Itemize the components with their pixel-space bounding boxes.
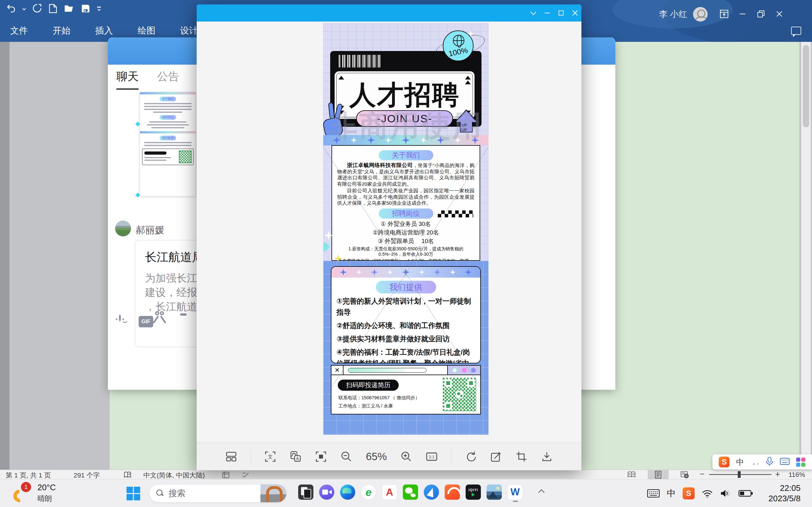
tab-announcement[interactable]: 公告 bbox=[157, 69, 179, 90]
ime-punctuation-toggle[interactable]: ，. bbox=[751, 458, 759, 466]
restore-icon[interactable] bbox=[752, 8, 770, 20]
work-location: 工作地点：浙江义乌 / 永康 bbox=[339, 403, 393, 409]
edge-browser-icon[interactable] bbox=[340, 485, 355, 500]
weather-widget[interactable]: 1 20°C 晴朗 bbox=[13, 482, 56, 504]
zoom-out-icon[interactable] bbox=[340, 451, 352, 463]
thumb-offer-pill: 我们提供 bbox=[159, 135, 176, 140]
job-item: ②跨境电商运营助理 20名 bbox=[337, 229, 474, 236]
fit-screen-icon[interactable] bbox=[315, 451, 327, 463]
ime-mode-toggle[interactable]: 中 bbox=[736, 457, 744, 467]
battery-icon[interactable] bbox=[739, 489, 753, 498]
minimize-icon[interactable] bbox=[733, 8, 752, 20]
ribbon-display-options-icon[interactable] bbox=[715, 8, 733, 20]
start-button[interactable] bbox=[126, 487, 140, 500]
orange-app-icon[interactable] bbox=[445, 485, 460, 500]
avatar[interactable] bbox=[693, 7, 708, 21]
zoom-percentage[interactable]: 116% bbox=[789, 471, 805, 478]
print-layout-button[interactable] bbox=[648, 470, 669, 479]
tab-file[interactable]: 文件 bbox=[8, 23, 31, 38]
ocr-extract-text-icon[interactable]: 文 bbox=[264, 451, 276, 463]
viewer-zoom-level[interactable]: 65% bbox=[366, 451, 387, 463]
web-layout-button[interactable] bbox=[674, 470, 695, 479]
save-icon[interactable] bbox=[81, 4, 90, 13]
close-icon[interactable] bbox=[770, 8, 789, 20]
language-indicator[interactable]: 中文(简体, 中国大陆) bbox=[143, 471, 205, 480]
account-area[interactable]: 李 小红 bbox=[659, 7, 708, 21]
thumb-about-pill: 关于我们 bbox=[159, 97, 176, 101]
checker-decor bbox=[438, 210, 473, 217]
zoom-in-status-icon[interactable]: + bbox=[775, 469, 780, 479]
offer-sparkle-band bbox=[332, 267, 480, 278]
viewer-minimize-icon[interactable] bbox=[540, 4, 554, 21]
tab-chat[interactable]: 聊天 bbox=[116, 69, 139, 90]
comment-icon[interactable] bbox=[791, 26, 801, 35]
notification-badge: 1 bbox=[21, 482, 31, 492]
browser-360-icon[interactable]: e bbox=[361, 485, 376, 500]
sogou-tray-icon[interactable]: S bbox=[682, 487, 695, 499]
open-folder-icon[interactable] bbox=[64, 4, 74, 13]
search-highlight-image[interactable] bbox=[260, 484, 287, 503]
search-icon bbox=[156, 490, 164, 497]
viewer-collapse-icon[interactable] bbox=[526, 4, 540, 21]
sogou-logo[interactable]: S bbox=[719, 457, 729, 467]
offer-item: ②舒适的办公环境、和谐的工作氛围 bbox=[332, 320, 480, 331]
word-count[interactable]: 291 个字 bbox=[73, 471, 100, 480]
photo-viewer-icon[interactable] bbox=[487, 485, 502, 500]
zoom-slider-thumb[interactable] bbox=[738, 471, 741, 478]
page-indicator[interactable]: 第 1 页, 共 1 页 bbox=[6, 471, 51, 480]
wechat-icon[interactable] bbox=[403, 485, 418, 500]
document-scrollbar-thumb[interactable] bbox=[803, 45, 809, 127]
tab-insert[interactable]: 插入 bbox=[93, 23, 115, 38]
viewer-maximize-icon[interactable] bbox=[554, 4, 568, 21]
microphone-icon[interactable] bbox=[765, 457, 774, 467]
touch-keyboard-icon[interactable] bbox=[647, 489, 660, 498]
job-item: ③ 外贸跟单员 10名 bbox=[337, 237, 474, 245]
volume-icon[interactable] bbox=[720, 489, 731, 498]
about-heading-pill: 关于我们 bbox=[379, 150, 433, 160]
job-note: 1.薪资构成：无责任底薪3500-5500元/月，提成为销售额的0.5%~2%，… bbox=[337, 246, 474, 257]
taskbar-overflow-chevron[interactable] bbox=[538, 489, 545, 496]
contact-phone: 联系电话：15067961057 （ 微信同步） bbox=[339, 395, 420, 401]
poster-top-section: 人才招聘 -JOIN US- 100% bbox=[323, 23, 489, 145]
video-meeting-icon[interactable] bbox=[319, 485, 334, 500]
job-item: ① 外贸业务员 30名 bbox=[337, 220, 474, 228]
thumbnail-layout-icon[interactable] bbox=[225, 451, 237, 463]
frame-title-bar: ✕ bbox=[332, 366, 480, 375]
read-mode-button[interactable] bbox=[621, 470, 642, 479]
blue-browser-icon[interactable] bbox=[424, 485, 439, 500]
zoom-in-icon[interactable] bbox=[400, 451, 412, 463]
viewer-toolbar: 文 A 65% 1:1 bbox=[197, 442, 581, 470]
word-app-icon[interactable]: W bbox=[507, 485, 523, 500]
redo-icon[interactable] bbox=[32, 4, 42, 13]
gif-icon[interactable]: GIF bbox=[139, 316, 153, 327]
chat-image-thumbnail[interactable]: 关于我们 招聘岗位 我们提供 bbox=[140, 92, 196, 196]
taskbar-clock[interactable]: 22:05 2023/5/8 bbox=[763, 483, 801, 504]
sender-avatar[interactable] bbox=[115, 221, 131, 236]
keyboard-icon[interactable] bbox=[780, 458, 790, 466]
emoji-icon[interactable] bbox=[119, 315, 121, 321]
translate-icon[interactable]: A bbox=[290, 451, 302, 463]
viewer-title-bar[interactable] bbox=[197, 4, 581, 21]
taskbar-search[interactable]: 搜索 bbox=[149, 484, 287, 503]
rotate-icon[interactable] bbox=[465, 451, 477, 463]
iqiyi-icon[interactable]: iQIYI bbox=[466, 485, 481, 500]
actual-size-icon[interactable]: 1:1 bbox=[426, 451, 438, 463]
crop-icon[interactable] bbox=[515, 451, 527, 463]
undo-icon[interactable] bbox=[6, 4, 16, 13]
snipping-tool-icon[interactable] bbox=[298, 485, 313, 500]
tab-home[interactable]: 开始 bbox=[50, 23, 73, 38]
download-icon[interactable] bbox=[541, 451, 553, 463]
recruitment-poster[interactable]: 人才招聘 -JOIN US- 100% bbox=[323, 23, 489, 435]
wifi-icon[interactable] bbox=[702, 489, 713, 498]
edit-icon[interactable] bbox=[490, 451, 502, 463]
tab-draw[interactable]: 绘图 bbox=[135, 23, 158, 38]
viewer-close-icon[interactable] bbox=[568, 4, 582, 21]
undo-dropdown-icon[interactable] bbox=[22, 7, 26, 10]
ime-toolbox-icon[interactable] bbox=[796, 457, 805, 467]
zoom-out-status-icon[interactable]: − bbox=[700, 469, 705, 479]
customize-qat-icon[interactable] bbox=[97, 7, 101, 10]
ime-tray-label[interactable]: 中 bbox=[667, 487, 676, 499]
new-document-icon[interactable] bbox=[49, 4, 57, 13]
poster-footer-frame: ✕ 扫码即投递简历 联系电话：15067961057 （ 微信同步） 工作地点：… bbox=[331, 365, 481, 414]
office-a-app-icon[interactable]: A bbox=[382, 485, 397, 500]
